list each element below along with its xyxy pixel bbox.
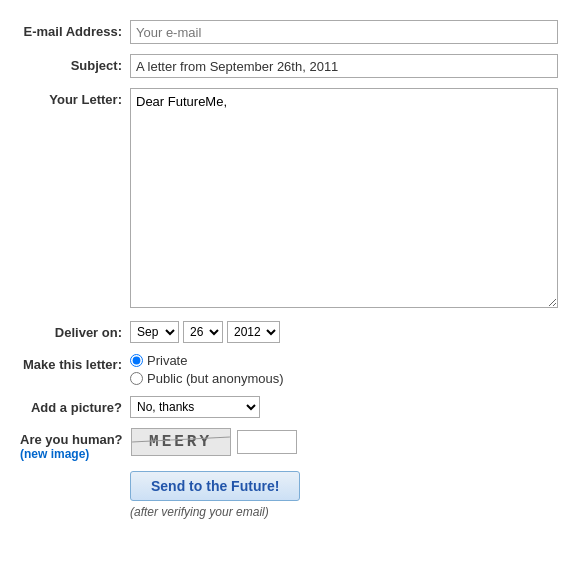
deliver-row: Deliver on: JanFebMarApr MayJunJulAug Se…	[20, 321, 558, 343]
captcha-image: MEERY	[131, 428, 231, 456]
private-radio-label[interactable]: Private	[130, 353, 558, 368]
human-label-container: Are you human? (new image)	[20, 428, 131, 461]
picture-controls: No, thanks Yes, add one	[130, 396, 558, 418]
letter-row: Your Letter: Dear FutureMe,	[20, 88, 558, 311]
public-label-text: Public (but anonymous)	[147, 371, 284, 386]
letter-type-label: Make this letter:	[20, 353, 130, 372]
letter-field-container: Dear FutureMe,	[130, 88, 558, 311]
picture-row: Add a picture? No, thanks Yes, add one	[20, 396, 558, 418]
subject-label: Subject:	[20, 54, 130, 73]
private-radio[interactable]	[130, 354, 143, 367]
after-verify-text: (after verifying your email)	[130, 505, 269, 519]
public-radio[interactable]	[130, 372, 143, 385]
human-label: Are you human?	[20, 432, 123, 447]
submit-section: Send to the Future! (after verifying you…	[130, 471, 558, 519]
letter-label: Your Letter:	[20, 88, 130, 107]
subject-row: Subject:	[20, 54, 558, 78]
compose-form: E-mail Address: Subject: Your Letter: De…	[0, 10, 578, 529]
captcha-row: Are you human? (new image) MEERY	[20, 428, 558, 461]
private-label-text: Private	[147, 353, 187, 368]
letter-type-row: Make this letter: Private Public (but an…	[20, 353, 558, 386]
email-input[interactable]	[130, 20, 558, 44]
email-label: E-mail Address:	[20, 20, 130, 39]
email-row: E-mail Address:	[20, 20, 558, 44]
send-button[interactable]: Send to the Future!	[130, 471, 300, 501]
picture-select[interactable]: No, thanks Yes, add one	[130, 396, 260, 418]
email-field-container	[130, 20, 558, 44]
captcha-controls: MEERY	[131, 428, 558, 456]
month-select[interactable]: JanFebMarApr MayJunJulAug SepOctNovDec	[130, 321, 179, 343]
letter-textarea[interactable]: Dear FutureMe,	[130, 88, 558, 308]
year-select[interactable]: 2012201320142015 20162017201820192020	[227, 321, 280, 343]
subject-field-container	[130, 54, 558, 78]
deliver-label: Deliver on:	[20, 321, 130, 340]
subject-input[interactable]	[130, 54, 558, 78]
day-select[interactable]: 12345 678910 1112131415 1617181920 21222…	[183, 321, 223, 343]
letter-type-controls: Private Public (but anonymous)	[130, 353, 558, 386]
picture-label: Add a picture?	[20, 396, 130, 415]
new-image-link[interactable]: (new image)	[20, 447, 89, 461]
public-radio-label[interactable]: Public (but anonymous)	[130, 371, 558, 386]
deliver-controls: JanFebMarApr MayJunJulAug SepOctNovDec 1…	[130, 321, 558, 343]
captcha-input[interactable]	[237, 430, 297, 454]
